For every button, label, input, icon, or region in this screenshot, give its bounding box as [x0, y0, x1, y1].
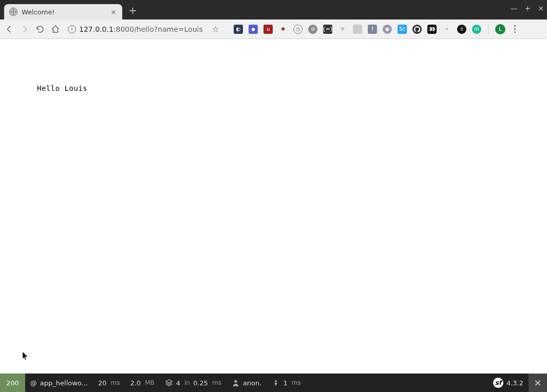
- sf-twig-in: in: [184, 379, 190, 386]
- ublock-icon[interactable]: u: [263, 25, 273, 34]
- sf-close-button[interactable]: ✕: [529, 374, 547, 392]
- window-controls: — + ×: [511, 4, 544, 12]
- forward-button[interactable]: [20, 24, 30, 34]
- globe-icon: [9, 8, 17, 16]
- browser-menu-button[interactable]: [511, 25, 519, 33]
- tab-close-icon[interactable]: ×: [110, 8, 117, 16]
- sf-memory-unit: MB: [145, 379, 155, 386]
- extension-icon[interactable]: Sc: [398, 25, 407, 34]
- extension-icon[interactable]: m: [472, 25, 481, 34]
- twig-leaf-icon: [272, 379, 280, 387]
- extension-icon[interactable]: {=}: [323, 25, 332, 34]
- sf-route-name: app_hellowo...: [40, 379, 88, 387]
- reload-button[interactable]: [35, 24, 45, 34]
- user-icon: [232, 379, 240, 387]
- svg-point-1: [234, 380, 237, 383]
- extension-icons: ◐ ◆ u ✱ ◷ ⊘ {=} ▼ f ◉ Sc 👀 ✦ ë m L: [234, 24, 519, 34]
- home-button[interactable]: [50, 24, 61, 34]
- layers-icon: [165, 379, 173, 387]
- sf-security[interactable]: anon.: [227, 374, 267, 392]
- separator: [488, 24, 488, 34]
- sf-twig-time: 0.25: [193, 379, 208, 387]
- page-content: Hello Louis: [0, 39, 547, 374]
- sf-db-count: 1: [283, 379, 287, 387]
- greeting-text: Hello Louis: [37, 84, 87, 92]
- sf-time-value: 20: [98, 379, 107, 387]
- sf-time-unit: ms: [111, 379, 120, 386]
- sf-db[interactable]: 1 ms: [267, 374, 306, 392]
- new-tab-button[interactable]: +: [122, 4, 143, 19]
- sf-route-prefix: @: [30, 379, 37, 387]
- vue-icon[interactable]: ▼: [338, 25, 347, 34]
- extension-icon[interactable]: ë: [457, 25, 466, 34]
- sf-db-unit: ms: [292, 379, 301, 386]
- sf-version[interactable]: sf 4.3.2: [488, 374, 529, 392]
- discord-icon[interactable]: ◉: [383, 25, 392, 34]
- extension-icon[interactable]: ✦: [442, 25, 451, 34]
- window-maximize-button[interactable]: +: [525, 4, 531, 12]
- extension-icon[interactable]: ◐: [234, 25, 243, 34]
- sf-user: anon.: [243, 379, 262, 387]
- browser-titlebar: Welcome! × + — + ×: [0, 0, 547, 19]
- url-text: 127.0.0.1:8000/hello?name=Louis: [79, 25, 203, 33]
- window-close-button[interactable]: ×: [538, 4, 544, 12]
- extension-icon[interactable]: ✱: [278, 25, 288, 34]
- address-bar[interactable]: i 127.0.0.1:8000/hello?name=Louis: [68, 25, 203, 33]
- url-host: 127.0.0.1: [79, 25, 114, 33]
- browser-tab[interactable]: Welcome! ×: [4, 4, 122, 19]
- sf-twig-unit: ms: [212, 379, 221, 386]
- sf-twig-count: 4: [176, 379, 180, 387]
- symfony-debug-toolbar: 200 @ app_hellowo... 20 ms 2.0 MB 4 in 0…: [0, 374, 547, 392]
- sf-memory[interactable]: 2.0 MB: [125, 374, 159, 392]
- sf-route[interactable]: @ app_hellowo...: [25, 374, 93, 392]
- window-minimize-button[interactable]: —: [511, 4, 518, 12]
- extension-icon[interactable]: ⊘: [308, 25, 317, 34]
- profile-avatar[interactable]: L: [495, 24, 505, 34]
- sf-time[interactable]: 20 ms: [93, 374, 125, 392]
- back-button[interactable]: [4, 24, 14, 34]
- symfony-logo-icon: sf: [493, 378, 503, 388]
- bookmark-star-icon[interactable]: ☆: [212, 24, 219, 34]
- sf-status-code[interactable]: 200: [0, 374, 25, 392]
- site-info-icon[interactable]: i: [68, 25, 76, 33]
- extension-icon[interactable]: 👀: [427, 25, 437, 34]
- url-path: :8000/hello?name=Louis: [114, 25, 203, 33]
- extension-icon[interactable]: [353, 25, 362, 34]
- sf-memory-value: 2.0: [130, 379, 141, 387]
- browser-toolbar: i 127.0.0.1:8000/hello?name=Louis ☆ ◐ ◆ …: [0, 19, 547, 39]
- mouse-cursor-icon: [23, 352, 29, 363]
- extension-icon[interactable]: ◆: [249, 25, 258, 34]
- tab-title: Welcome!: [22, 8, 106, 16]
- github-icon[interactable]: [412, 25, 422, 34]
- clock-icon[interactable]: ◷: [293, 25, 303, 34]
- sf-twig[interactable]: 4 in 0.25 ms: [160, 374, 227, 392]
- facebook-icon[interactable]: f: [368, 25, 377, 34]
- sf-version-text: 4.3.2: [506, 379, 523, 387]
